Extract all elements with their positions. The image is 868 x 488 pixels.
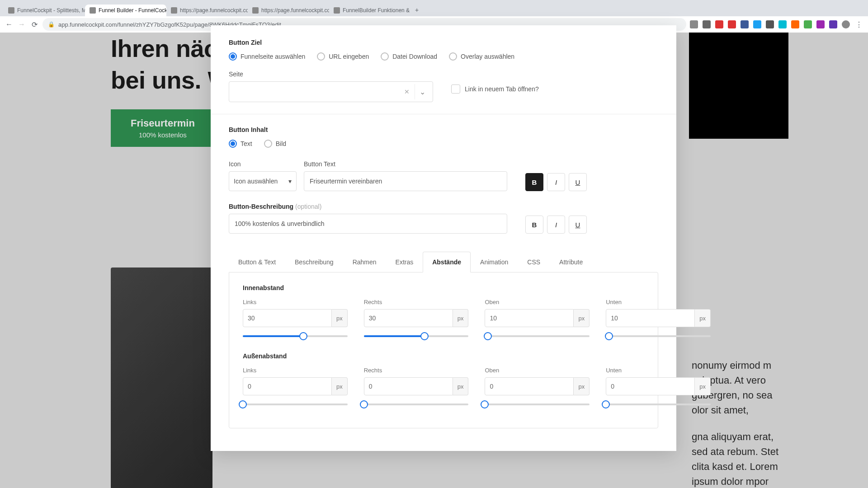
tab-abstaende[interactable]: Abstände	[423, 252, 471, 272]
clear-icon[interactable]: ✕	[399, 84, 415, 99]
browser-tab-4[interactable]: FunnelBuilder Funktionen & E✕	[329, 5, 410, 16]
inner-rechts-slider[interactable]	[364, 331, 469, 342]
settings-tabs: Button & Text Beschreibung Rahmen Extras…	[229, 252, 658, 272]
ext-icon[interactable]	[778, 20, 787, 28]
inhalt-option-bild[interactable]: Bild	[264, 140, 286, 148]
outer-unten-slider[interactable]	[606, 399, 711, 410]
ext-icon[interactable]	[816, 20, 825, 28]
slider-thumb[interactable]	[602, 400, 610, 408]
browser-tab-2[interactable]: https://page.funnelcockpit.co✕	[166, 5, 248, 16]
outer-oben-input[interactable]	[485, 377, 574, 395]
button-settings-panel: Button Ziel Funnelseite auswählen URL ei…	[211, 25, 676, 451]
browser-tab-0[interactable]: FunnelCockpit - Splittests, Ma✕	[4, 5, 85, 16]
icon-select[interactable]: Icon auswählen ▾	[229, 171, 297, 191]
ziel-option-url[interactable]: URL eingeben	[317, 52, 369, 61]
kebab-menu[interactable]: ⋮	[854, 20, 863, 29]
outer-rechts-input[interactable]	[364, 377, 453, 395]
inner-links-slider[interactable]	[243, 331, 348, 342]
new-tab-checkbox[interactable]	[451, 84, 460, 94]
radio-label: Bild	[276, 140, 286, 147]
ext-icon[interactable]	[741, 20, 749, 28]
divider	[211, 114, 676, 114]
unit-label: px	[332, 309, 348, 327]
ext-icon[interactable]	[829, 20, 837, 28]
tab-rahmen[interactable]: Rahmen	[343, 252, 386, 272]
seite-select[interactable]: ✕ ⌄	[229, 81, 433, 102]
unit-label: px	[453, 309, 469, 327]
sp-label: Unten	[606, 367, 711, 374]
favicon	[8, 7, 14, 14]
tab-animation[interactable]: Animation	[471, 252, 518, 272]
ext-icon[interactable]	[728, 20, 736, 28]
radio-label: Funnelseite auswählen	[241, 53, 305, 60]
underline-button[interactable]: U	[569, 173, 587, 191]
sp-label: Links	[243, 299, 348, 305]
outer-unten-input[interactable]	[606, 377, 695, 395]
tab-button-text[interactable]: Button & Text	[229, 252, 285, 272]
back-button[interactable]: ←	[5, 20, 14, 29]
ziel-option-funnelseite[interactable]: Funnelseite auswählen	[229, 52, 305, 61]
underline-button[interactable]: U	[569, 216, 587, 234]
inner-oben-slider[interactable]	[485, 331, 590, 342]
italic-button[interactable]: I	[547, 216, 565, 234]
inner-unten-slider[interactable]	[606, 331, 711, 342]
seite-label: Seite	[229, 70, 433, 78]
ext-icon[interactable]	[766, 20, 774, 28]
slider-thumb[interactable]	[420, 332, 429, 340]
ext-icon[interactable]	[715, 20, 723, 28]
tab-beschreibung[interactable]: Beschreibung	[285, 252, 343, 272]
inner-rechts-input[interactable]	[364, 309, 453, 327]
chevron-down-icon[interactable]: ⌄	[415, 84, 430, 99]
ziel-option-overlay[interactable]: Overlay auswählen	[449, 52, 514, 61]
slider-thumb[interactable]	[299, 332, 307, 340]
outer-rechts-slider[interactable]	[364, 399, 469, 410]
browser-tab-1[interactable]: Funnel Builder - FunnelCockpit✕	[85, 5, 166, 16]
ext-icon[interactable]	[690, 20, 698, 28]
outer-links-input[interactable]	[243, 377, 332, 395]
bold-button[interactable]: B	[525, 216, 543, 234]
ext-icon[interactable]	[753, 20, 761, 28]
profile-avatar[interactable]	[842, 20, 850, 28]
ext-icon[interactable]	[703, 20, 711, 28]
tab-title: https://page.funnelcockpit.co	[261, 7, 329, 14]
tab-attribute[interactable]: Attribute	[550, 252, 592, 272]
bold-button[interactable]: B	[525, 173, 543, 191]
radio-label: Datei Download	[392, 53, 437, 60]
outer-oben-slider[interactable]	[485, 399, 590, 410]
button-inhalt-radiogroup: Text Bild	[229, 140, 658, 148]
button-text-input[interactable]	[304, 171, 507, 191]
radio-icon	[229, 52, 237, 61]
tab-css[interactable]: CSS	[518, 252, 550, 272]
slider-thumb[interactable]	[484, 332, 492, 340]
inner-spacing-grid: Links px Rechts px Oben px Unten px	[243, 299, 644, 342]
reload-button[interactable]: ⟳	[30, 20, 39, 29]
slider-thumb[interactable]	[605, 332, 613, 340]
lock-icon: 🔒	[48, 21, 55, 28]
radio-icon	[317, 52, 325, 61]
browser-tab-3[interactable]: https://page.funnelcockpit.co✕	[248, 5, 329, 16]
inner-oben-input[interactable]	[485, 309, 574, 327]
button-inhalt-label: Button Inhalt	[229, 126, 658, 133]
button-ziel-label: Button Ziel	[229, 39, 658, 46]
inhalt-option-text[interactable]: Text	[229, 140, 252, 148]
ext-icon[interactable]	[791, 20, 799, 28]
ziel-option-download[interactable]: Datei Download	[381, 52, 437, 61]
ext-icon[interactable]	[804, 20, 812, 28]
inner-spacing-title: Innenabstand	[243, 284, 644, 291]
unit-label: px	[332, 377, 348, 395]
radio-label: URL eingeben	[329, 53, 369, 60]
slider-thumb[interactable]	[239, 400, 247, 408]
italic-button[interactable]: I	[547, 173, 565, 191]
tab-extras[interactable]: Extras	[386, 252, 423, 272]
desc-input[interactable]	[229, 214, 507, 234]
desc-label: Button-Beschreibung (optional)	[229, 203, 507, 210]
outer-links-slider[interactable]	[243, 399, 348, 410]
forward-button[interactable]: →	[17, 20, 26, 29]
icon-label: Icon	[229, 160, 297, 168]
slider-thumb[interactable]	[481, 400, 489, 408]
inner-unten-input[interactable]	[606, 309, 695, 327]
radio-icon	[229, 140, 237, 148]
new-tab-button[interactable]: +	[410, 4, 423, 16]
inner-links-input[interactable]	[243, 309, 332, 327]
slider-thumb[interactable]	[360, 400, 368, 408]
